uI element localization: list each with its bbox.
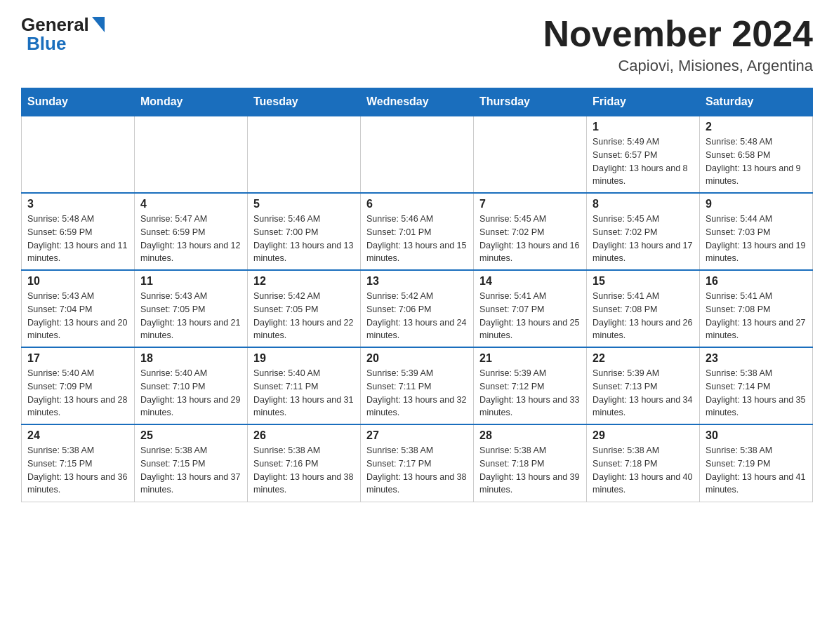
- day-cell-23: 23Sunrise: 5:38 AMSunset: 7:14 PMDayligh…: [700, 347, 813, 424]
- empty-cell: [22, 116, 135, 193]
- day-cell-11: 11Sunrise: 5:43 AMSunset: 7:05 PMDayligh…: [135, 270, 248, 347]
- day-info: Sunrise: 5:43 AMSunset: 7:04 PMDaylight:…: [27, 290, 128, 342]
- day-info: Sunrise: 5:43 AMSunset: 7:05 PMDaylight:…: [140, 290, 241, 342]
- day-cell-17: 17Sunrise: 5:40 AMSunset: 7:09 PMDayligh…: [22, 347, 135, 424]
- day-cell-8: 8Sunrise: 5:45 AMSunset: 7:02 PMDaylight…: [587, 193, 700, 270]
- title-block: November 2024 Capiovi, Misiones, Argenti…: [543, 14, 813, 75]
- day-number: 12: [253, 275, 355, 288]
- day-info: Sunrise: 5:38 AMSunset: 7:18 PMDaylight:…: [479, 444, 581, 497]
- day-cell-3: 3Sunrise: 5:48 AMSunset: 6:59 PMDaylight…: [22, 193, 135, 270]
- day-info: Sunrise: 5:45 AMSunset: 7:02 PMDaylight:…: [593, 213, 694, 265]
- day-number: 23: [706, 352, 807, 365]
- calendar-subtitle: Capiovi, Misiones, Argentina: [543, 57, 813, 75]
- day-info: Sunrise: 5:41 AMSunset: 7:07 PMDaylight:…: [479, 290, 581, 342]
- day-number: 14: [479, 275, 581, 288]
- day-info: Sunrise: 5:40 AMSunset: 7:09 PMDaylight:…: [27, 367, 128, 420]
- weekday-header-wednesday: Wednesday: [361, 88, 474, 116]
- empty-cell: [474, 116, 587, 193]
- day-cell-25: 25Sunrise: 5:38 AMSunset: 7:15 PMDayligh…: [135, 424, 248, 502]
- day-cell-24: 24Sunrise: 5:38 AMSunset: 7:15 PMDayligh…: [22, 424, 135, 502]
- day-number: 6: [366, 198, 468, 210]
- day-cell-20: 20Sunrise: 5:39 AMSunset: 7:11 PMDayligh…: [361, 347, 474, 424]
- day-info: Sunrise: 5:42 AMSunset: 7:05 PMDaylight:…: [253, 290, 355, 342]
- day-info: Sunrise: 5:41 AMSunset: 7:08 PMDaylight:…: [593, 290, 694, 342]
- day-info: Sunrise: 5:39 AMSunset: 7:11 PMDaylight:…: [366, 367, 468, 420]
- empty-cell: [248, 116, 361, 193]
- day-cell-21: 21Sunrise: 5:39 AMSunset: 7:12 PMDayligh…: [474, 347, 587, 424]
- day-number: 11: [140, 275, 241, 288]
- day-info: Sunrise: 5:45 AMSunset: 7:02 PMDaylight:…: [479, 213, 581, 265]
- day-number: 4: [140, 198, 241, 210]
- day-cell-2: 2Sunrise: 5:48 AMSunset: 6:58 PMDaylight…: [700, 116, 813, 193]
- day-cell-7: 7Sunrise: 5:45 AMSunset: 7:02 PMDaylight…: [474, 193, 587, 270]
- day-info: Sunrise: 5:49 AMSunset: 6:57 PMDaylight:…: [593, 135, 694, 188]
- day-number: 15: [593, 275, 694, 288]
- day-info: Sunrise: 5:42 AMSunset: 7:06 PMDaylight:…: [366, 290, 468, 342]
- day-info: Sunrise: 5:39 AMSunset: 7:12 PMDaylight:…: [479, 367, 581, 420]
- calendar-table: SundayMondayTuesdayWednesdayThursdayFrid…: [21, 88, 813, 502]
- day-cell-10: 10Sunrise: 5:43 AMSunset: 7:04 PMDayligh…: [22, 270, 135, 347]
- day-number: 19: [253, 352, 355, 365]
- day-cell-15: 15Sunrise: 5:41 AMSunset: 7:08 PMDayligh…: [587, 270, 700, 347]
- day-info: Sunrise: 5:38 AMSunset: 7:19 PMDaylight:…: [706, 444, 807, 497]
- day-cell-30: 30Sunrise: 5:38 AMSunset: 7:19 PMDayligh…: [700, 424, 813, 502]
- day-info: Sunrise: 5:38 AMSunset: 7:17 PMDaylight:…: [366, 444, 468, 497]
- day-number: 17: [27, 352, 128, 365]
- page-header: General Blue November 2024 Capiovi, Misi…: [21, 14, 813, 75]
- day-number: 3: [27, 198, 128, 210]
- week-row-4: 17Sunrise: 5:40 AMSunset: 7:09 PMDayligh…: [22, 347, 813, 424]
- logo-arrow-icon: [92, 17, 105, 32]
- weekday-header-monday: Monday: [135, 88, 248, 116]
- day-number: 18: [140, 352, 241, 365]
- day-number: 8: [593, 198, 694, 210]
- day-cell-9: 9Sunrise: 5:44 AMSunset: 7:03 PMDaylight…: [700, 193, 813, 270]
- day-cell-5: 5Sunrise: 5:46 AMSunset: 7:00 PMDaylight…: [248, 193, 361, 270]
- day-info: Sunrise: 5:40 AMSunset: 7:10 PMDaylight:…: [140, 367, 241, 420]
- day-info: Sunrise: 5:41 AMSunset: 7:08 PMDaylight:…: [706, 290, 807, 342]
- weekday-header-tuesday: Tuesday: [248, 88, 361, 116]
- day-number: 1: [593, 121, 694, 133]
- logo: General Blue: [21, 14, 105, 55]
- day-cell-22: 22Sunrise: 5:39 AMSunset: 7:13 PMDayligh…: [587, 347, 700, 424]
- day-cell-29: 29Sunrise: 5:38 AMSunset: 7:18 PMDayligh…: [587, 424, 700, 502]
- svg-marker-0: [92, 17, 105, 32]
- day-cell-18: 18Sunrise: 5:40 AMSunset: 7:10 PMDayligh…: [135, 347, 248, 424]
- day-number: 16: [706, 275, 807, 288]
- week-row-1: 1Sunrise: 5:49 AMSunset: 6:57 PMDaylight…: [22, 116, 813, 193]
- day-number: 25: [140, 429, 241, 442]
- day-number: 21: [479, 352, 581, 365]
- day-cell-27: 27Sunrise: 5:38 AMSunset: 7:17 PMDayligh…: [361, 424, 474, 502]
- day-info: Sunrise: 5:38 AMSunset: 7:16 PMDaylight:…: [253, 444, 355, 497]
- weekday-header-saturday: Saturday: [700, 88, 813, 116]
- day-number: 7: [479, 198, 581, 210]
- day-number: 20: [366, 352, 468, 365]
- week-row-3: 10Sunrise: 5:43 AMSunset: 7:04 PMDayligh…: [22, 270, 813, 347]
- day-info: Sunrise: 5:47 AMSunset: 6:59 PMDaylight:…: [140, 213, 241, 265]
- logo-bottom-row: Blue: [21, 33, 105, 55]
- day-number: 10: [27, 275, 128, 288]
- day-number: 26: [253, 429, 355, 442]
- day-number: 27: [366, 429, 468, 442]
- day-number: 24: [27, 429, 128, 442]
- day-cell-13: 13Sunrise: 5:42 AMSunset: 7:06 PMDayligh…: [361, 270, 474, 347]
- day-info: Sunrise: 5:48 AMSunset: 6:59 PMDaylight:…: [27, 213, 128, 265]
- day-cell-6: 6Sunrise: 5:46 AMSunset: 7:01 PMDaylight…: [361, 193, 474, 270]
- day-info: Sunrise: 5:48 AMSunset: 6:58 PMDaylight:…: [706, 135, 807, 188]
- empty-cell: [361, 116, 474, 193]
- weekday-header-sunday: Sunday: [22, 88, 135, 116]
- week-row-5: 24Sunrise: 5:38 AMSunset: 7:15 PMDayligh…: [22, 424, 813, 502]
- day-info: Sunrise: 5:38 AMSunset: 7:15 PMDaylight:…: [140, 444, 241, 497]
- day-number: 13: [366, 275, 468, 288]
- weekday-header-row: SundayMondayTuesdayWednesdayThursdayFrid…: [22, 88, 813, 116]
- day-cell-14: 14Sunrise: 5:41 AMSunset: 7:07 PMDayligh…: [474, 270, 587, 347]
- day-info: Sunrise: 5:46 AMSunset: 7:01 PMDaylight:…: [366, 213, 468, 265]
- day-number: 28: [479, 429, 581, 442]
- day-cell-19: 19Sunrise: 5:40 AMSunset: 7:11 PMDayligh…: [248, 347, 361, 424]
- weekday-header-friday: Friday: [587, 88, 700, 116]
- week-row-2: 3Sunrise: 5:48 AMSunset: 6:59 PMDaylight…: [22, 193, 813, 270]
- day-info: Sunrise: 5:38 AMSunset: 7:14 PMDaylight:…: [706, 367, 807, 420]
- day-info: Sunrise: 5:46 AMSunset: 7:00 PMDaylight:…: [253, 213, 355, 265]
- day-number: 30: [706, 429, 807, 442]
- day-cell-16: 16Sunrise: 5:41 AMSunset: 7:08 PMDayligh…: [700, 270, 813, 347]
- day-cell-1: 1Sunrise: 5:49 AMSunset: 6:57 PMDaylight…: [587, 116, 700, 193]
